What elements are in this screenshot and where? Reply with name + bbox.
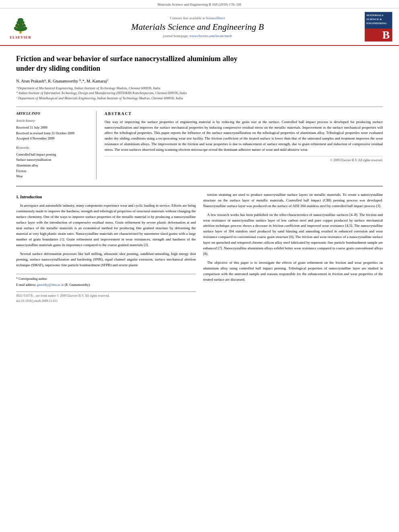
email-line: E-mail address: gnoorthy@iitm.ac.in (R. … [16,283,196,288]
sciencedirect-link[interactable]: ScienceDirect [206,16,225,20]
affiliation-c: ᶜ Department of Metallurgical and Materi… [16,96,383,101]
footer-issn: 0921-5107/$ – see front matter © 2009 El… [16,294,196,298]
svg-point-7 [18,24,19,25]
elsevier-logo: ELSEVIER [6,14,35,39]
article-info-column: ARTICLE INFO Article history: Received 3… [16,111,97,179]
svg-point-5 [16,27,18,28]
right-paragraph-1: torsion straining are used to produce na… [203,192,383,209]
keyword-3: Aluminium alloy [16,163,90,168]
affiliation-b: ᵇ Indian Institute of Information Techno… [16,90,383,96]
keywords-subheading: Keywords: [16,146,90,151]
journal-logo-right: MATERIALSSCIENCE &ENGINEERING B [360,12,393,42]
elsevier-tree-icon [10,14,31,35]
journal-citation: Materials Science and Engineering B 168 … [157,2,242,6]
history-subheading: Article history: [16,119,90,124]
intro-paragraph-1: In aerospace and automobile industry, ma… [16,203,196,248]
journal-header: ELSEVIER Contents lists available at Sci… [0,8,399,46]
received-date: Received 31 July 2009 [16,125,90,131]
logo-b-letter: B [382,29,390,41]
keyword-4: Friction [16,168,90,174]
article-content: Friction and wear behavior of surface na… [0,46,399,312]
intro-paragraph-2: Several surface deformation processes li… [16,251,196,268]
keyword-1: Controlled ball impact peening [16,152,90,158]
svg-point-4 [18,18,24,22]
author-affiliations: ᵃ Department of Mechanical Engineering, … [16,86,383,101]
article-title: Friction and wear behavior of surface na… [16,54,249,74]
article-info-heading: ARTICLE INFO [16,111,90,117]
introduction-heading: 1. Introduction [16,194,196,200]
right-paragraph-3: The objective of this paper is to invest… [203,260,383,283]
elsevier-label: ELSEVIER [10,35,31,39]
affiliation-a: ᵃ Department of Mechanical Engineering, … [16,86,383,91]
accepted-date: Accepted 4 November 2009 [16,136,90,142]
journal-center: Contents lists available at ScienceDirec… [35,16,360,38]
abstract-heading: ABSTRACT [105,111,383,117]
keywords-list: Controlled ball impact peening Surface n… [16,152,90,179]
corresponding-author-label: * Corresponding author. [16,277,196,281]
main-body: 1. Introduction In aerospace and automob… [16,186,383,304]
footer-doi: doi:10.1016/j.mseb.2009.11.011 [16,299,196,304]
right-paragraph-2: A few research works has been published … [203,212,383,257]
svg-point-8 [22,23,23,25]
journal-homepage: journal homepage: www.elsevier.com/locat… [35,34,360,38]
abstract-column: ABSTRACT One way of improving the surfac… [105,111,383,179]
copyright-line: © 2009 Elsevier B.V. All rights reserved… [105,156,383,163]
body-column-left: 1. Introduction In aerospace and automob… [16,192,196,304]
abstract-text: One way of improving the surface propert… [105,119,383,153]
top-bar: Materials Science and Engineering B 168 … [0,0,399,8]
contents-line: Contents lists available at ScienceDirec… [35,16,360,20]
authors-line: N. Arun Prakashᵃ, R. Gnanamoorthy ᵇ,*, M… [16,78,383,83]
footer-bar: 0921-5107/$ – see front matter © 2009 El… [16,292,196,304]
svg-point-6 [24,26,25,27]
info-abstract-columns: ARTICLE INFO Article history: Received 3… [16,107,383,179]
keyword-5: Wear [16,174,90,179]
journal-homepage-link[interactable]: www.elsevier.com/locate/mseb [189,34,232,38]
body-column-right: torsion straining are used to produce na… [203,192,383,304]
footnote-section: * Corresponding author. E-mail address: … [16,274,196,288]
received-revised-date: Received in revised form 31 October 2009 [16,131,90,136]
logo-top-text: MATERIALSSCIENCE &ENGINEERING [366,14,387,25]
journal-title: Materials Science and Engineering B [35,22,360,32]
keyword-2: Surface nanocrystallization [16,157,90,163]
author-names: N. Arun Prakashᵃ, R. Gnanamoorthy ᵇ,*, M… [16,79,109,83]
email-link[interactable]: gnoorthy@iitm.ac.in [37,283,64,287]
